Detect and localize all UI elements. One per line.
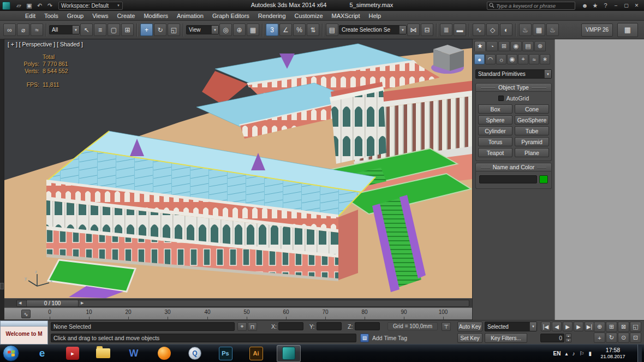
max-logo-icon[interactable]: [2, 2, 10, 10]
window-crossing-icon[interactable]: ⊞: [121, 23, 134, 36]
show-hidden-icons[interactable]: ▴: [565, 351, 568, 357]
current-frame-field[interactable]: [540, 334, 564, 342]
cone-button[interactable]: Cone: [515, 104, 549, 114]
help-icon[interactable]: ?: [601, 1, 610, 10]
tab-hierarchy[interactable]: ⊞: [498, 41, 510, 51]
illustrator-icon[interactable]: Ai: [248, 346, 264, 361]
mini-curve-editor-icon[interactable]: ∿: [21, 310, 31, 318]
category-shapes-icon[interactable]: ◠: [485, 54, 496, 64]
box-button[interactable]: Box: [478, 104, 512, 114]
z-coordinate-field[interactable]: [355, 322, 380, 330]
selection-lock-icon[interactable]: ⊓: [248, 322, 257, 331]
tab-motion[interactable]: ◉: [510, 41, 522, 51]
menu-rendering[interactable]: Rendering: [254, 13, 290, 19]
minimize-button[interactable]: –: [611, 2, 621, 9]
category-geometry-icon[interactable]: ●: [474, 54, 485, 64]
teapot-button[interactable]: Teapot: [478, 148, 512, 157]
network-icon[interactable]: ▮: [588, 351, 592, 357]
menu-help[interactable]: Help: [365, 13, 386, 19]
torus-button[interactable]: Torus: [478, 137, 512, 146]
viewport-layout-tab[interactable]: [0, 283, 4, 289]
curve-editor-icon[interactable]: ∿: [473, 23, 485, 36]
internet-explorer-icon[interactable]: e: [34, 346, 50, 361]
select-and-scale-icon[interactable]: ◱: [168, 23, 180, 36]
bind-to-space-warp-icon[interactable]: ≈: [31, 23, 43, 36]
undo-icon[interactable]: ↶: [35, 1, 44, 10]
track-bar[interactable]: ∿ 0 10 20 30 40 50 60 70 80 90 100: [4, 307, 472, 320]
media-player-icon[interactable]: ▸: [65, 346, 80, 361]
menu-group[interactable]: Group: [63, 13, 88, 19]
quicktime-icon[interactable]: Q: [187, 346, 202, 361]
zoom-extents-icon[interactable]: ⊠: [618, 322, 629, 332]
material-editor-icon[interactable]: ◐: [500, 23, 512, 36]
snaps-toggle-icon[interactable]: 3: [266, 23, 278, 36]
select-object-icon[interactable]: ↖: [80, 23, 93, 36]
search-input[interactable]: [496, 3, 573, 9]
add-time-tag-label[interactable]: Add Time Tag: [372, 335, 407, 341]
orbit-icon[interactable]: ↻: [606, 333, 617, 343]
action-center-icon[interactable]: ⚐: [580, 351, 585, 357]
auto-key-button[interactable]: Auto Key: [457, 322, 482, 331]
close-button[interactable]: ✕: [631, 2, 642, 9]
maxscript-listener-icon[interactable]: ▤: [360, 334, 369, 342]
cylinder-button[interactable]: Cylinder: [478, 126, 512, 135]
set-key-button[interactable]: Set Key: [457, 333, 482, 343]
menu-maxscript[interactable]: MAXScript: [327, 13, 365, 19]
edit-named-selection-sets-icon[interactable]: ▤: [326, 23, 338, 36]
selection-filter-dropdown[interactable]: All ▼: [49, 25, 80, 34]
object-name-field[interactable]: [479, 175, 537, 183]
frame-spinner[interactable]: ▴ ▾: [565, 334, 571, 342]
help-search-box[interactable]: [487, 2, 575, 10]
name-and-color-rollout-header[interactable]: Name and Color: [475, 163, 552, 171]
select-and-link-icon[interactable]: ∞: [3, 23, 16, 36]
time-slider-handle[interactable]: 0 / 100: [26, 300, 79, 307]
category-systems-icon[interactable]: ∗: [540, 54, 550, 64]
welcome-window-titlebar[interactable]: [1, 321, 47, 327]
menu-tools[interactable]: Tools: [40, 13, 63, 19]
previous-key-icon[interactable]: ◀: [552, 322, 562, 331]
reference-coordinate-dropdown[interactable]: View ▼: [186, 25, 219, 34]
pan-view-icon[interactable]: +: [594, 333, 605, 343]
primitives-category-dropdown[interactable]: Standard Primitives ▼: [475, 69, 552, 79]
maximize-viewport-icon[interactable]: ⊡: [630, 333, 641, 343]
zoom-icon[interactable]: ⊕: [594, 322, 605, 332]
volume-icon[interactable]: ♪: [573, 351, 575, 357]
plane-button[interactable]: Plane: [515, 148, 549, 157]
next-key-icon[interactable]: ▶: [574, 322, 583, 331]
key-mode-dropdown[interactable]: Selected ▼: [485, 322, 537, 331]
workspace-preset-button[interactable]: VMPP 26: [581, 23, 613, 37]
tab-utilities[interactable]: ⊗: [534, 41, 546, 51]
sphere-button[interactable]: Sphere: [478, 115, 512, 124]
save-file-icon[interactable]: ▣: [25, 1, 34, 10]
play-animation-icon[interactable]: ▶: [563, 322, 573, 331]
ribbon-toggle-icon[interactable]: ▬: [454, 23, 466, 36]
key-filters-button[interactable]: Key Filters...: [485, 333, 527, 343]
transform-gizmo-icon[interactable]: ⊤: [442, 322, 451, 331]
frame-back-icon[interactable]: ◀: [19, 301, 21, 305]
go-to-start-icon[interactable]: |◀: [541, 322, 551, 331]
angle-snap-icon[interactable]: ∠: [279, 23, 292, 36]
named-selection-sets-dropdown[interactable]: Create Selection Se ▼: [339, 25, 407, 34]
autogrid-checkbox[interactable]: [498, 96, 504, 101]
language-indicator[interactable]: EN: [553, 351, 561, 357]
keyboard-shortcut-override-icon[interactable]: ▦: [247, 23, 259, 36]
word-icon[interactable]: W: [126, 346, 141, 361]
rendered-frame-window-icon[interactable]: ▦: [533, 23, 545, 36]
menu-views[interactable]: Views: [88, 13, 112, 19]
viewport-canvas[interactable]: z y x: [4, 39, 472, 298]
photoshop-icon[interactable]: Ps: [218, 346, 233, 361]
spinner-down-icon[interactable]: ▾: [565, 338, 571, 342]
spinner-up-icon[interactable]: ▴: [565, 334, 571, 338]
use-pivot-center-icon[interactable]: ◎: [219, 23, 232, 36]
selection-region-icon[interactable]: ▢: [108, 23, 120, 36]
field-of-view-icon[interactable]: ◱: [630, 322, 641, 332]
tube-button[interactable]: Tube: [515, 126, 549, 135]
frame-forward-icon[interactable]: ▶: [81, 301, 84, 305]
welcome-mini-window[interactable]: Welcome to M: [0, 321, 48, 345]
go-to-end-icon[interactable]: ▶|: [585, 322, 594, 331]
object-color-swatch[interactable]: [539, 175, 548, 183]
select-and-move-icon[interactable]: +: [140, 23, 153, 36]
y-coordinate-field[interactable]: [317, 322, 342, 330]
community-icon[interactable]: ☻: [580, 1, 589, 10]
category-helpers-icon[interactable]: ⌖: [518, 54, 528, 64]
